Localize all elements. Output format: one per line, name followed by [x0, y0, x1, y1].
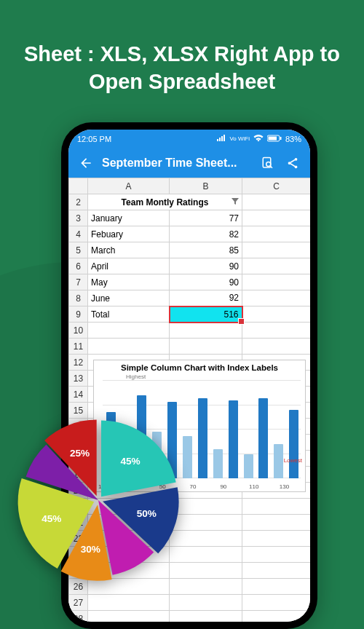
status-network: Vo WiFi [229, 136, 250, 142]
cell[interactable] [242, 515, 311, 531]
row-num[interactable]: 6 [69, 258, 88, 274]
cell[interactable]: 82 [170, 226, 242, 242]
chart-title: Simple Column Chart with Index Labels [94, 360, 305, 372]
cell[interactable] [242, 499, 311, 515]
svg-rect-1 [268, 137, 277, 141]
cell[interactable] [88, 611, 170, 622]
cell[interactable] [170, 595, 242, 611]
cell[interactable] [170, 339, 242, 355]
wifi-icon [253, 135, 264, 143]
cell[interactable]: 85 [170, 242, 242, 258]
cell[interactable]: 516 [170, 306, 242, 323]
chart-bar [274, 444, 283, 478]
pie-label: 30% [81, 544, 100, 555]
pie-label: 45% [120, 456, 140, 467]
row-num[interactable]: 28 [69, 611, 88, 622]
status-battery: 83% [285, 135, 301, 143]
table-title: Team Montly Ratings [122, 197, 209, 207]
chart-bar [229, 400, 238, 478]
cell[interactable]: June [88, 290, 170, 306]
filter-icon[interactable] [232, 197, 239, 207]
pie-label: 50% [137, 508, 157, 519]
cell[interactable]: March [88, 242, 170, 258]
find-button[interactable] [259, 154, 277, 172]
cell[interactable] [242, 290, 311, 306]
cell[interactable] [242, 339, 311, 355]
cell[interactable] [242, 226, 311, 242]
chart-bar [289, 410, 298, 478]
pie-label: 25% [70, 448, 90, 459]
battery-icon [267, 135, 282, 143]
chart-annotation: Lowest [284, 457, 302, 464]
chart-x-label: 130 [280, 483, 289, 490]
cell[interactable] [242, 194, 311, 210]
back-button[interactable] [77, 154, 95, 172]
row-num[interactable]: 7 [69, 274, 88, 290]
cell[interactable] [242, 595, 311, 611]
row-num[interactable]: 2 [69, 194, 88, 210]
chart-bar [213, 449, 223, 478]
cell[interactable] [242, 531, 311, 547]
svg-rect-2 [280, 137, 281, 140]
row-num[interactable]: 11 [69, 339, 88, 355]
cell[interactable]: May [88, 274, 170, 290]
cell[interactable] [242, 563, 311, 579]
row-num[interactable]: 14 [69, 387, 88, 403]
cell[interactable] [242, 611, 311, 622]
chart-bar [183, 436, 192, 478]
cell[interactable]: Febuary [88, 226, 170, 242]
row-num[interactable]: 8 [69, 290, 88, 306]
row-num[interactable]: 13 [69, 371, 88, 387]
col-header-c[interactable]: C [242, 178, 311, 194]
row-num[interactable]: 5 [69, 242, 88, 258]
cell[interactable]: January [88, 210, 170, 226]
cell[interactable] [242, 323, 311, 339]
cell[interactable] [242, 547, 311, 563]
status-time: 12:05 PM [77, 135, 111, 143]
col-header-a[interactable]: A [88, 178, 170, 194]
row-num[interactable]: 9 [69, 306, 88, 323]
cell[interactable] [88, 595, 170, 611]
row-num[interactable]: 3 [69, 210, 88, 226]
cell[interactable] [242, 242, 311, 258]
cell[interactable]: 90 [170, 274, 242, 290]
cell[interactable] [170, 611, 242, 622]
chart-bar [198, 398, 207, 478]
cell[interactable] [170, 323, 242, 339]
chart-x-label: 70 [190, 483, 197, 490]
chart-x-label: 110 [249, 483, 258, 490]
pie-chart: 45%50%30%45%25% [15, 416, 182, 584]
svg-point-4 [266, 162, 271, 167]
pie-label: 45% [41, 513, 61, 524]
cell[interactable] [88, 339, 170, 355]
chart-x-label: 90 [220, 483, 226, 490]
cell[interactable] [88, 323, 170, 339]
app-bar: September Time Sheet... [68, 149, 310, 178]
share-button[interactable] [284, 154, 301, 172]
row-num[interactable]: 10 [69, 323, 88, 339]
chart-annotation: Highest [126, 373, 146, 380]
row-num[interactable]: 12 [69, 355, 88, 371]
cell[interactable] [242, 306, 311, 323]
cell[interactable]: 77 [170, 210, 242, 226]
cell[interactable] [242, 274, 311, 290]
row-num[interactable]: 27 [69, 595, 88, 611]
table-title-cell[interactable]: Team Montly Ratings [88, 194, 242, 210]
cell[interactable]: April [88, 258, 170, 274]
cell[interactable] [242, 210, 311, 226]
status-bar: 12:05 PM Vo WiFi 83% [68, 130, 310, 149]
col-header-b[interactable]: B [170, 178, 242, 194]
cell[interactable]: 92 [170, 290, 242, 306]
chart-bar [244, 454, 253, 479]
app-title: September Time Sheet... [102, 157, 252, 170]
corner-cell[interactable] [69, 178, 88, 194]
cell[interactable] [242, 579, 311, 595]
promo-headline: Sheet : XLS, XLSX Right App to Open Spre… [0, 41, 364, 95]
cell[interactable]: 90 [170, 258, 242, 274]
row-num[interactable]: 4 [69, 226, 88, 242]
cell[interactable] [242, 258, 311, 274]
chart-bar [258, 398, 268, 478]
signal-icon [217, 135, 226, 143]
cell[interactable]: Total [88, 306, 170, 323]
